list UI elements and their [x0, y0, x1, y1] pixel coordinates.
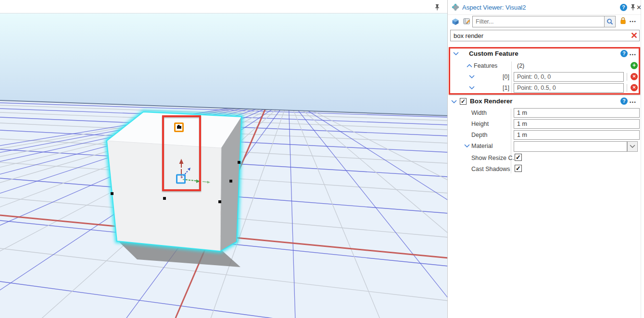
custom-feature-menu-button[interactable]: •••: [630, 52, 636, 57]
panel-title: Aspect Viewer: Visual2: [462, 4, 526, 11]
aspect-viewer-panel: Aspect Viewer: Visual2 ? ✕: [447, 0, 641, 318]
divider: [627, 84, 627, 92]
puzzle-icon: [452, 3, 459, 11]
add-feature-button[interactable]: +: [631, 62, 638, 69]
feature-0-chevron-down-icon[interactable]: [469, 75, 475, 79]
remove-feature-0-button[interactable]: ✕: [631, 73, 638, 80]
cube[interactable]: [107, 112, 241, 251]
app-window: Aspect Viewer: Visual2 ? ✕: [0, 0, 644, 318]
viewport-top-bar: [0, 0, 448, 13]
width-label: Width: [471, 110, 487, 116]
script-edit-icon[interactable]: [462, 17, 471, 25]
box-renderer-help-icon[interactable]: ?: [620, 98, 628, 105]
magnifier-icon: [606, 18, 613, 25]
resize-handle[interactable]: [111, 192, 114, 195]
viewport[interactable]: [0, 0, 448, 318]
show-resize-label: Show Resize C...: [471, 155, 518, 161]
resize-handle[interactable]: [218, 200, 221, 203]
depth-input[interactable]: [514, 130, 640, 140]
divider: [627, 73, 627, 81]
viewport-pin-icon[interactable]: [434, 4, 440, 11]
resize-handle[interactable]: [229, 180, 232, 183]
features-count: (2): [517, 62, 524, 69]
gizmo-origin-handle[interactable]: [177, 175, 185, 183]
material-input[interactable]: [514, 141, 627, 152]
material-label: Material: [471, 143, 492, 149]
depth-label: Depth: [471, 132, 487, 138]
resize-handle[interactable]: [238, 161, 240, 164]
height-input[interactable]: [514, 119, 640, 129]
custom-feature-help-icon[interactable]: ?: [620, 50, 628, 57]
search-input[interactable]: [450, 30, 640, 41]
scene-svg: [0, 0, 448, 318]
feature-1-value-input[interactable]: [514, 83, 624, 93]
box-renderer-section-title: Box Renderer: [470, 98, 513, 105]
pin-icon[interactable]: [630, 4, 636, 11]
feature-1-chevron-down-icon[interactable]: [469, 86, 475, 90]
feature-0-value-input[interactable]: [514, 72, 624, 82]
cube-view-icon[interactable]: [452, 18, 459, 25]
panel-header: Aspect Viewer: Visual2 ? ✕: [448, 0, 641, 15]
lock-icon[interactable]: [619, 17, 627, 24]
divider: [511, 61, 512, 93]
filter-input[interactable]: [472, 16, 616, 27]
material-chevron-down-icon[interactable]: [464, 144, 470, 148]
search-button[interactable]: [604, 16, 616, 27]
cast-shadows-label: Cast Shadows: [471, 166, 510, 172]
clear-search-button[interactable]: ✕: [631, 31, 638, 40]
help-icon[interactable]: ?: [620, 4, 627, 11]
box-renderer-enabled-checkbox[interactable]: ✓: [460, 98, 467, 105]
feature-0-index: [0]: [491, 73, 509, 80]
material-dropdown-button[interactable]: [627, 141, 638, 152]
feature-1-index: [1]: [491, 85, 509, 91]
width-input[interactable]: [514, 108, 640, 118]
show-resize-checkbox[interactable]: ✓: [515, 154, 522, 161]
custom-feature-section-title: Custom Feature: [469, 50, 518, 57]
resize-handle[interactable]: [163, 197, 166, 200]
divider: [511, 109, 511, 173]
overflow-menu-button[interactable]: •••: [630, 19, 636, 24]
box-renderer-collapse-chevron-down-icon[interactable]: [451, 100, 457, 104]
features-collapse-chevron-up-icon[interactable]: [467, 64, 472, 68]
box-renderer-menu-button[interactable]: •••: [630, 100, 636, 105]
remove-feature-1-button[interactable]: ✕: [631, 84, 638, 91]
height-label: Height: [471, 121, 489, 127]
custom-feature-collapse-chevron-down-icon[interactable]: [453, 52, 459, 56]
feature-point-marker[interactable]: [175, 123, 183, 132]
close-icon[interactable]: ✕: [636, 4, 642, 11]
features-label: Features: [474, 62, 497, 69]
combo-chevron-down-icon: [630, 145, 635, 148]
cast-shadows-checkbox[interactable]: ✓: [515, 165, 522, 172]
